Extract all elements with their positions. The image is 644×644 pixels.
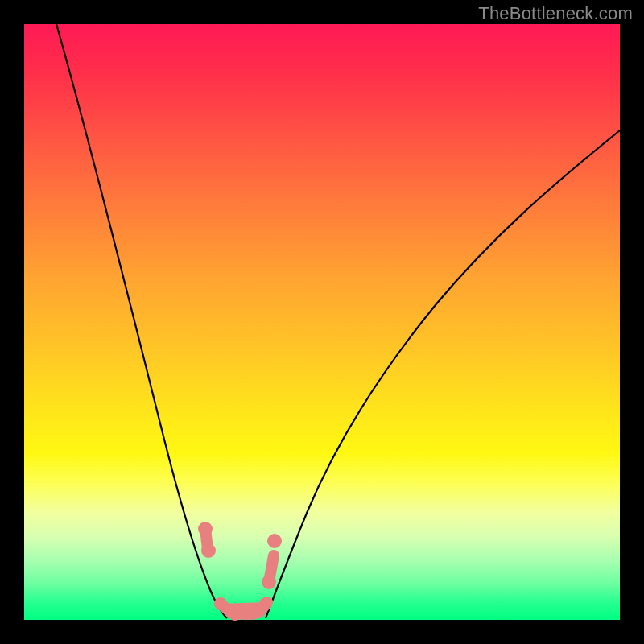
marker-dot — [214, 597, 227, 610]
watermark-text: TheBottleneck.com — [478, 3, 633, 24]
marker-dot — [267, 534, 282, 548]
plot-area — [24, 24, 620, 620]
marker-cluster — [198, 522, 282, 621]
curves-svg — [24, 24, 620, 620]
marker-dot — [262, 575, 276, 589]
marker-dot — [259, 597, 272, 610]
right-curve — [266, 130, 620, 618]
marker-dot — [198, 522, 213, 536]
marker-dot — [229, 608, 242, 621]
marker-dot — [201, 543, 216, 558]
marker-dot — [246, 607, 259, 620]
chart-frame: TheBottleneck.com — [0, 0, 644, 644]
